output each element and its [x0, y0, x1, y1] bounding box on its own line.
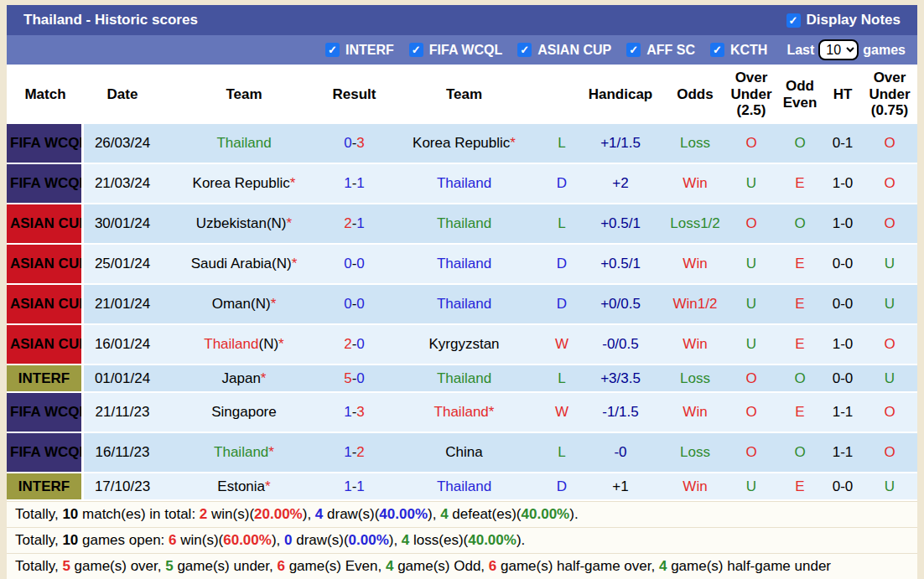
cell-odd-even: O	[776, 204, 823, 243]
filter-checkbox-interf[interactable]	[325, 43, 340, 57]
away-score: 0	[356, 370, 364, 386]
cell-handicap: -0	[577, 433, 664, 472]
filter-group-fifa-wcql: FIFA WCQL	[409, 43, 502, 58]
stat-value: 40.00%	[522, 506, 570, 522]
cell-wld: D	[547, 164, 577, 203]
filter-checkbox-kcth[interactable]	[710, 43, 724, 57]
cell-odd-even: E	[776, 473, 823, 499]
cell-odds: Win	[664, 325, 726, 364]
cell-over-under-25: U	[726, 164, 776, 203]
stat-value: draw(s)(	[323, 506, 379, 522]
cell-over-under-25: O	[726, 124, 776, 163]
stat-value: 40.00%	[379, 506, 428, 522]
cell-over-under-075: O	[862, 433, 917, 472]
column-header-over-under-2-5-: Over Under (2.5)	[726, 66, 776, 122]
cell-over-under-075: U	[862, 285, 917, 323]
star-marker: *	[278, 336, 284, 352]
table-header-row: MatchDateTeamResultTeamHandicapOddsOver …	[7, 66, 917, 122]
table-row: ASIAN CUP21/01/24Oman(N)*0-0ThailandD+0/…	[7, 285, 917, 323]
cell-ht: 1-0	[823, 164, 862, 203]
display-notes-checkbox[interactable]	[786, 13, 801, 28]
away-score: 0	[356, 256, 364, 271]
column-header-handicap: Handicap	[577, 66, 664, 122]
team-name: Thailand	[437, 256, 491, 271]
home-score: 1	[344, 404, 351, 420]
stat-value: draw(s)(	[292, 532, 348, 548]
cell-result: 5-0	[327, 365, 382, 391]
away-score: 1	[356, 215, 364, 231]
team-name: China	[445, 444, 482, 460]
stat-value: ),	[389, 532, 402, 548]
stat-value: Totally,	[15, 532, 62, 548]
team-name: Estonia	[217, 478, 265, 494]
home-score: 0	[344, 296, 351, 312]
stat-value: 40.00%	[468, 532, 517, 548]
cell-ht: 0-0	[823, 285, 862, 323]
stat-value: 4	[315, 506, 323, 522]
filter-checkbox-fifa-wcql[interactable]	[409, 43, 423, 57]
cell-date: 16/01/24	[84, 325, 161, 364]
stat-value: 4	[402, 532, 409, 548]
cell-away-team: Thailand*	[382, 393, 547, 432]
cell-over-under-075: O	[862, 164, 917, 203]
team-name: Thailand	[437, 296, 491, 312]
cell-over-under-25: U	[726, 473, 776, 499]
table-row: ASIAN CUP25/01/24Saudi Arabia(N)*0-0Thai…	[7, 245, 917, 283]
cell-over-under-075: O	[862, 325, 917, 364]
home-score: 2	[344, 336, 351, 352]
team-name: Saudi Arabia(N)	[191, 256, 292, 271]
cell-date: 30/01/24	[84, 204, 161, 243]
cell-match-label: ASIAN CUP	[7, 204, 84, 243]
stat-value: 20.00%	[254, 506, 303, 522]
cell-away-team: Thailand	[382, 473, 547, 499]
table-row: FIFA WCQL16/11/23Thailand*1-2ChinaL-0Los…	[7, 433, 917, 472]
cell-away-team: China	[382, 433, 547, 472]
footer-line: Totally, 10 games open: 6 win(s)(60.00%)…	[7, 527, 917, 553]
star-marker: *	[292, 256, 298, 271]
home-score: 0	[344, 135, 351, 151]
stat-value: 10	[62, 532, 78, 548]
cell-date: 21/11/23	[84, 393, 161, 432]
cell-result: 0-0	[327, 285, 382, 323]
cell-away-team: Thailand	[382, 365, 547, 391]
stat-value: 5	[165, 558, 173, 574]
stat-value: ).	[517, 532, 525, 548]
cell-home-team: Estonia*	[161, 473, 327, 499]
display-notes-label: Display Notes	[807, 12, 901, 28]
cell-odd-even: E	[776, 164, 823, 203]
table-row: FIFA WCQL26/03/24Thailand0-3Korea Republ…	[7, 124, 917, 163]
cell-wld: L	[547, 124, 577, 163]
stat-value: 60.00%	[223, 532, 272, 548]
cell-over-under-075: U	[862, 473, 917, 499]
stat-value: ),	[303, 506, 315, 522]
away-score: 1	[356, 478, 364, 494]
cell-home-team: Thailand(N)*	[161, 325, 327, 364]
stat-value: 2	[200, 506, 207, 522]
cell-wld: L	[547, 204, 577, 243]
filter-checkbox-aff-sc[interactable]	[626, 43, 641, 57]
team-name: Thailand	[437, 215, 491, 231]
cell-wld: W	[547, 393, 577, 432]
cell-over-under-075: O	[862, 393, 917, 432]
cell-odds: Loss1/2	[664, 204, 726, 243]
team-name: Thailand	[437, 175, 491, 191]
cell-match-label: ASIAN CUP	[7, 325, 84, 364]
games-count-select[interactable]: 10	[818, 39, 859, 60]
cell-result: 0-0	[327, 245, 382, 283]
table-row: ASIAN CUP16/01/24Thailand(N)*2-0Kyrgyzst…	[7, 325, 917, 364]
cell-home-team: Saudi Arabia(N)*	[161, 245, 327, 283]
cell-over-under-25: U	[726, 245, 776, 283]
stat-value: Totally,	[15, 506, 62, 522]
stat-value: 5	[62, 558, 70, 574]
team-name: Uzbekistan(N)	[196, 215, 287, 231]
cell-away-team: Thailand	[382, 204, 547, 243]
filter-label-interf: INTERF	[345, 43, 394, 58]
team-name: Thailand	[216, 135, 271, 151]
filter-group-aff-sc: AFF SC	[626, 43, 695, 58]
cell-date: 17/10/23	[84, 473, 161, 499]
cell-date: 21/01/24	[84, 285, 161, 323]
stat-value: 6	[169, 532, 176, 548]
filter-label-kcth: KCTH	[730, 43, 767, 58]
cell-date: 26/03/24	[84, 124, 161, 163]
filter-checkbox-asian-cup[interactable]	[517, 43, 532, 57]
